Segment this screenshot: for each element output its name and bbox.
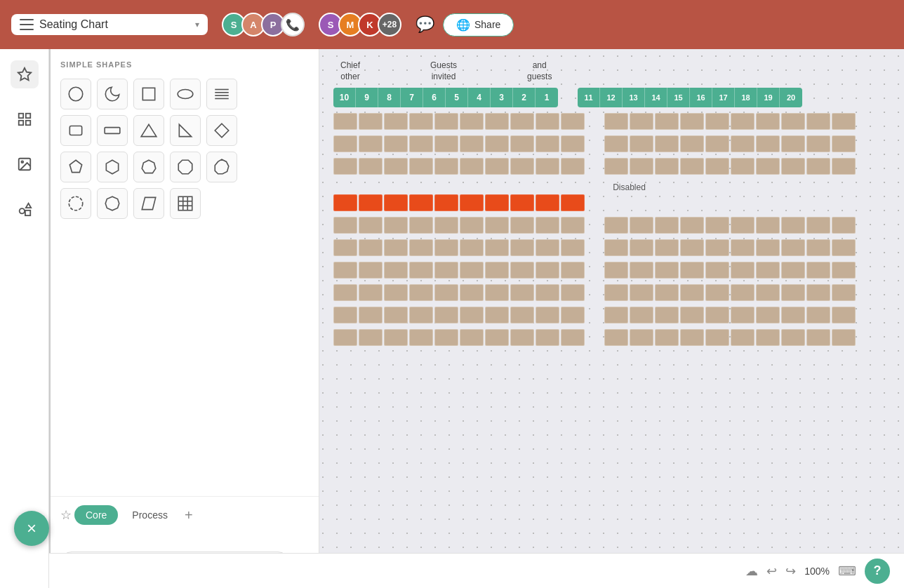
seat[interactable] [655,239,679,256]
share-button[interactable]: 🌐 Share [443,13,514,36]
seat[interactable] [781,262,805,279]
seat[interactable] [604,329,628,346]
seat[interactable] [630,135,653,152]
seat[interactable] [781,284,805,301]
seat[interactable] [434,113,458,130]
seat[interactable] [756,329,780,346]
seat[interactable] [485,284,509,301]
seat[interactable] [384,158,408,175]
seat[interactable] [510,158,534,175]
seat[interactable] [510,329,534,346]
starred-tab-icon[interactable]: ☆ [60,507,72,523]
seat[interactable] [756,284,780,301]
seat[interactable] [333,217,357,234]
seat[interactable] [384,307,408,323]
comment-button[interactable]: 💬 [416,15,434,34]
seat[interactable] [705,329,729,346]
seat[interactable] [333,113,357,130]
seat[interactable] [536,284,559,301]
seat[interactable] [434,307,458,323]
shape-square[interactable] [133,79,164,109]
shape-rounded-rect[interactable] [60,115,91,146]
seat[interactable] [384,329,408,346]
seat[interactable] [731,239,755,256]
seat[interactable] [756,307,780,323]
seat[interactable] [680,329,704,346]
seat[interactable] [604,284,628,301]
seat[interactable] [434,135,458,152]
seat[interactable] [604,135,628,152]
seat[interactable] [561,239,585,256]
seat[interactable] [705,135,729,152]
seat[interactable] [485,158,509,175]
seat[interactable] [630,262,653,279]
seat[interactable] [731,307,755,323]
seat[interactable] [806,158,830,175]
redo-icon[interactable]: ↪ [785,563,796,579]
seat[interactable] [409,113,433,130]
hamburger-icon[interactable] [20,19,34,30]
shape-ellipse[interactable] [170,79,201,109]
seat[interactable] [630,158,653,175]
seat[interactable] [485,135,509,152]
seat[interactable] [806,262,830,279]
seat[interactable] [832,158,856,175]
seat[interactable] [630,329,653,346]
tab-core[interactable]: Core [74,505,118,525]
seat[interactable] [333,158,357,175]
undo-icon[interactable]: ↩ [766,563,777,579]
seat-disabled[interactable] [536,194,559,211]
add-tab-button[interactable]: + [185,507,193,523]
seat[interactable] [409,135,433,152]
seat[interactable] [561,284,585,301]
seat[interactable] [409,307,433,323]
seat[interactable] [333,329,357,346]
seat[interactable] [384,284,408,301]
seat-disabled[interactable] [359,194,383,211]
seat[interactable] [731,113,755,130]
document-title[interactable]: Seating Chart [39,18,190,31]
seat[interactable] [756,262,780,279]
seat[interactable] [359,135,383,152]
seat[interactable] [409,217,433,234]
seat[interactable] [384,217,408,234]
shape-octagon[interactable] [170,152,201,182]
seat[interactable] [806,307,830,323]
seat[interactable] [460,307,484,323]
phone-icon[interactable]: 📞 [281,13,305,36]
seat[interactable] [409,239,433,256]
seat[interactable] [485,239,509,256]
seat[interactable] [655,113,679,130]
seat[interactable] [333,307,357,323]
seat[interactable] [680,262,704,279]
seat[interactable] [510,262,534,279]
canvas-area[interactable]: SIMPLE SHAPES [49,49,904,588]
seat[interactable] [460,239,484,256]
seat[interactable] [333,262,357,279]
help-button[interactable]: ? [865,559,890,584]
shape-crescent[interactable] [97,79,128,109]
seat[interactable] [536,239,559,256]
seat[interactable] [832,329,856,346]
seat[interactable] [832,284,856,301]
seat[interactable] [460,113,484,130]
seat[interactable] [655,284,679,301]
shape-pentagon[interactable] [60,152,91,182]
seat[interactable] [655,217,679,234]
seat[interactable] [359,284,383,301]
seat[interactable] [630,307,653,323]
shape-hexagon[interactable] [97,152,128,182]
seat[interactable] [561,307,585,323]
shape-circle[interactable] [60,79,91,109]
seat[interactable] [781,307,805,323]
seat[interactable] [806,217,830,234]
seat[interactable] [333,284,357,301]
seat[interactable] [485,113,509,130]
seat[interactable] [510,217,534,234]
seat[interactable] [434,262,458,279]
seat[interactable] [832,262,856,279]
seat[interactable] [806,284,830,301]
seat[interactable] [680,217,704,234]
seat[interactable] [485,262,509,279]
seat[interactable] [561,135,585,152]
